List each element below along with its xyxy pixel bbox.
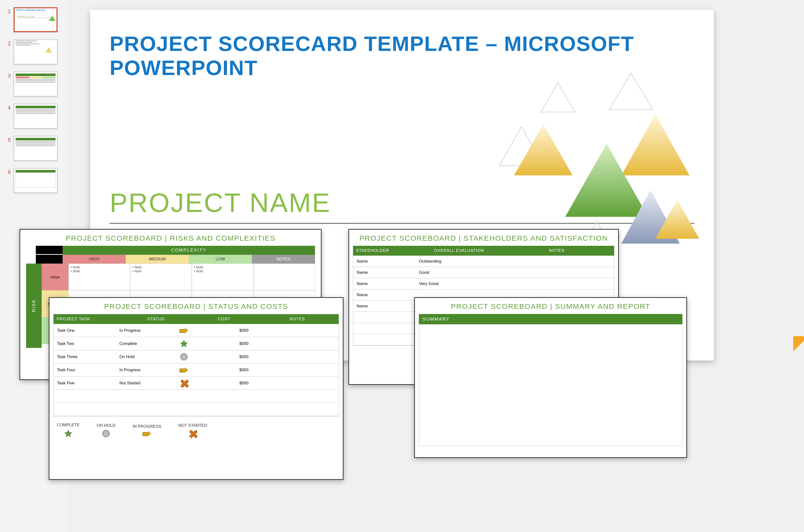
task-name: Task One (54, 328, 119, 333)
stakeholder-eval: Outstanding (419, 259, 500, 264)
star-icon (180, 340, 188, 348)
task-cost: $000 (192, 381, 256, 386)
risk-cell[interactable]: • Note• Note (192, 264, 254, 290)
task-cost: $000 (192, 341, 256, 346)
svg-marker-9 (181, 340, 187, 347)
slide-thumbnail-4[interactable] (14, 104, 57, 129)
task-name: Task Five (54, 381, 119, 386)
thumb-number: 3 (5, 72, 11, 79)
stakeholder-name: Name (353, 281, 419, 286)
stakeholder-eval: Good (419, 270, 500, 275)
stakeholder-name: Name (353, 292, 419, 298)
status-row[interactable]: Task ThreeOn Hold$000 (54, 350, 339, 363)
thumb-number: 2 (5, 39, 11, 47)
task-status: On Hold (119, 355, 175, 359)
thumb-number: 4 (5, 104, 11, 111)
status-header-row: PROJECT TASK STATUS COST NOTES (54, 314, 339, 324)
status-row[interactable]: Task TwoComplete$000 (54, 337, 339, 350)
arrow-icon (143, 431, 151, 436)
task-status: Not Started (119, 381, 175, 386)
card-title: PROJECT SCOREBOARD | SUMMARY AND REPORT (415, 298, 686, 314)
slide-thumbnail-2[interactable] (14, 39, 57, 64)
stakeholder-row[interactable]: NameOutstanding (353, 256, 614, 267)
stakeholder-name: Name (353, 270, 419, 275)
task-cost: $000 (192, 328, 256, 333)
stakeholder-row[interactable]: NameGood (353, 267, 614, 278)
status-row-empty[interactable] (54, 403, 339, 416)
card-title: PROJECT SCOREBOARD | STAKEHOLDERS AND SA… (349, 230, 618, 246)
svg-marker-4 (514, 124, 573, 175)
task-status: In Progress (119, 328, 175, 333)
circle-icon (180, 353, 188, 361)
orange-accent (793, 336, 804, 356)
svg-marker-5 (621, 114, 690, 175)
risk-axis-label: RISK (26, 264, 42, 348)
col-notes: NOTES (252, 255, 315, 264)
preview-card-summary[interactable]: PROJECT SCOREBOARD | SUMMARY AND REPORT … (414, 297, 687, 458)
card-title: PROJECT SCOREBOARD | STATUS AND COSTS (50, 298, 343, 314)
status-row[interactable]: Task FourIn Progress$000 (54, 363, 339, 377)
task-name: Task Two (54, 341, 119, 346)
star-icon (64, 430, 72, 438)
svg-marker-1 (609, 73, 653, 110)
task-status: In Progress (119, 367, 175, 373)
x-icon (189, 430, 197, 437)
stake-header-row: STAKEHOLDER OVERALL EVALUATION NOTES (353, 246, 614, 255)
col-low: LOW (189, 255, 252, 264)
stakeholder-name: Name (353, 304, 419, 309)
row-high: HIGH (42, 264, 69, 290)
status-row[interactable]: Task FiveNot Started$000 (54, 377, 339, 390)
preview-card-status[interactable]: PROJECT SCOREBOARD | STATUS AND COSTS PR… (49, 297, 343, 480)
task-cost: $000 (192, 355, 256, 359)
status-row-empty[interactable] (54, 390, 339, 403)
col-high: HIGH (62, 255, 126, 264)
risk-cell[interactable] (254, 264, 315, 290)
thumb-number: 5 (5, 136, 11, 143)
thumb-number: 1 (5, 7, 11, 15)
x-icon (180, 380, 188, 387)
status-legend: COMPLETE ON HOLD IN PROGRESS NOT STARTED (50, 416, 343, 444)
arrow-icon (180, 367, 188, 373)
task-name: Task Four (54, 367, 119, 373)
black-corner (36, 246, 62, 254)
status-row[interactable]: Task OneIn Progress$000 (54, 324, 339, 337)
svg-marker-0 (541, 83, 575, 112)
task-cost: $000 (192, 367, 256, 373)
col-medium: MEDIUM (126, 255, 189, 264)
slide-thumbnail-6[interactable] (14, 168, 57, 193)
task-status: Complete (119, 341, 175, 346)
slide-thumbnail-3[interactable] (14, 72, 57, 96)
svg-marker-10 (65, 430, 72, 437)
slide-thumbnail-1[interactable]: PROJECT SCORECARD TEMPLATE PROJECT NAME (14, 7, 57, 32)
complexity-header: COMPLEXITY (62, 246, 315, 255)
card-title: PROJECT SCOREBOARD | RISKS AND COMPLEXIT… (20, 230, 321, 246)
summary-body[interactable] (419, 324, 683, 446)
stakeholder-eval: Very Good (419, 281, 500, 286)
slide-thumbnail-5[interactable] (14, 136, 57, 161)
risk-cell[interactable]: • Note• Note (130, 264, 192, 290)
thumb-number: 6 (5, 168, 11, 175)
circle-icon (102, 430, 110, 437)
stakeholder-name: Name (353, 259, 419, 264)
stakeholder-row[interactable]: NameVery Good (353, 278, 614, 289)
summary-header: SUMMARY (419, 314, 683, 324)
risk-cell[interactable]: • Note• Note (69, 264, 130, 290)
task-name: Task Three (54, 355, 119, 359)
arrow-icon (180, 328, 188, 333)
